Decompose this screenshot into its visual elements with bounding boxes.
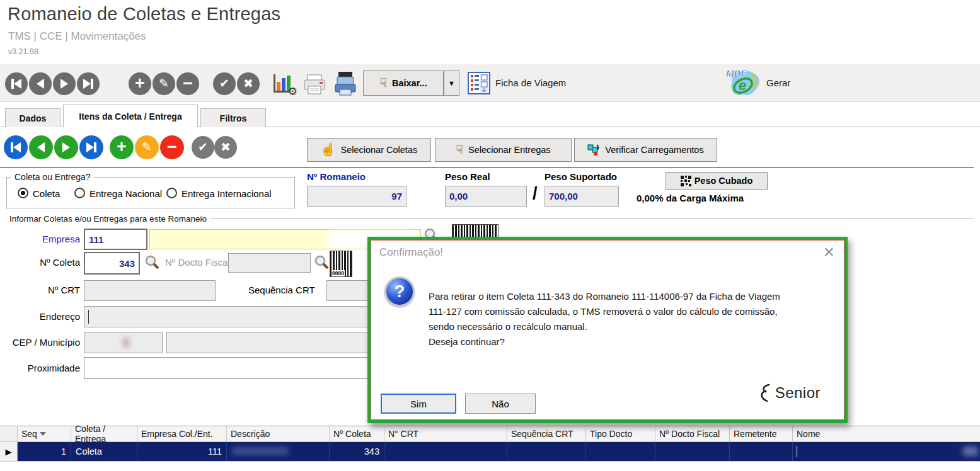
item-add-button[interactable]: + [110,135,134,159]
sim-button[interactable]: Sim [381,394,456,414]
last-record-button[interactable] [77,72,100,95]
col-header-remetente[interactable]: Remetente [730,426,793,441]
report-chart-button[interactable]: ⚙ [271,72,295,96]
barcode-digits: 0000 [331,270,345,276]
docto-fiscal-input[interactable] [228,253,311,273]
edit-button[interactable]: ✎ [153,72,175,95]
cancel-button[interactable]: ✖ [237,72,260,95]
next-icon [61,79,68,89]
col-header-empresa[interactable]: Empresa Col./Ent. [137,426,227,441]
dialog-message: Para retirar o item Coleta 111-343 do Ro… [429,289,832,349]
ncoleta-input[interactable] [84,252,140,275]
senior-logo-icon [760,383,771,402]
dialog-title: Confirmação! [379,246,443,259]
col-header-ncoleta[interactable]: Nº Coleta [330,426,384,441]
cell-tipo-docto [586,442,655,461]
item-cancel-button[interactable]: ✖ [214,136,237,159]
verificar-carregamentos-button[interactable]: Verificar Carregamentos [574,138,717,162]
print-preview-button[interactable] [303,73,326,98]
plus-icon: + [117,147,127,148]
tab-filtros[interactable]: Filtros [200,108,266,127]
col-header-ncrt[interactable]: N° CRT [384,426,507,441]
item-next-button[interactable] [54,135,78,159]
peso-cubado-button[interactable]: Peso Cubado [666,172,768,190]
ncrt-input[interactable] [84,280,216,301]
cell-coleta-entrega: Coleta [71,442,137,461]
peso-suportado-label: Peso Suportado [545,171,617,182]
col-header-seq[interactable]: Seq [18,426,71,441]
cell-seqcrt [507,442,586,461]
col-header-seqcrt[interactable]: Sequência CRT [507,426,586,441]
print-config-button[interactable] [333,71,358,99]
col-header-descricao[interactable]: Descrição [227,426,330,441]
col-header-tipo-docto[interactable]: Tipo Docto [586,426,655,441]
docto-search-icon[interactable] [313,254,330,271]
radio-entrega-nacional[interactable] [74,188,85,198]
radio-entrega-internacional[interactable] [166,188,177,198]
nao-button[interactable]: Não [465,394,536,414]
col-header-coleta-entrega[interactable]: Coleta / Entrega [71,426,137,441]
confirmation-dialog: Confirmação! × ? Para retirar o item Col… [367,237,848,423]
col-header-nome[interactable]: Nome [793,426,980,441]
ficha-viagem-label: Ficha de Viagem [495,77,566,88]
close-icon[interactable]: × [823,241,834,263]
selecionar-entregas-button[interactable]: ☟ Selecionar Entregas [435,138,572,162]
svg-text:MDF: MDF [726,68,747,79]
cell-ncrt [384,442,507,461]
mdfe-gerar-button[interactable]: e MDF [722,67,764,101]
docto-fiscal-label: Nº Docto Fiscal [165,257,230,268]
grid-gutter-header [0,426,18,441]
cell-empresa: 111 [137,442,227,461]
cell-docto-fiscal [655,442,730,461]
ficha-viagem-button[interactable] [468,72,490,97]
item-delete-button[interactable]: − [160,135,184,159]
item-first-button[interactable] [4,135,28,159]
docto-barcode-icon[interactable]: 0000 [330,251,352,277]
peso-real-label: Peso Real [445,171,490,182]
add-button[interactable]: + [129,72,151,95]
radio-coleta[interactable] [18,188,28,198]
empresa-barcode-icon[interactable] [452,224,499,237]
col-header-docto-fiscal[interactable]: Nº Docto Fiscal [655,426,730,441]
empresa-input[interactable] [84,229,147,250]
message-line: Para retirar o item Coleta 111-343 do Ro… [429,289,832,304]
app-window: Romaneio de Coletas e Entregas TMS | CCE… [0,0,980,471]
selecionar-coletas-button[interactable]: ☝ Selecionar Coletas [307,138,431,162]
first-record-button[interactable] [5,72,28,95]
item-confirm-button[interactable]: ✔ [192,136,214,159]
ncoleta-search-icon[interactable] [144,254,160,271]
cubes-icon [587,144,600,156]
next-record-button[interactable] [53,72,76,95]
senior-brand: Senior [760,383,821,402]
tab-dados[interactable]: Dados [5,108,61,127]
romaneio-input[interactable] [307,186,406,207]
baixar-dropdown-button[interactable]: ▼ [444,71,459,96]
baixar-label: Baixar... [392,78,427,88]
grid-selected-row[interactable]: ▶ 1 Coleta 111 343 [0,442,980,461]
printer-light-icon [303,73,326,96]
item-edit-button[interactable]: ✎ [135,135,159,159]
cell-nome [793,442,980,461]
page-title: Romaneio de Coletas e Entregas [8,4,280,25]
item-last-button[interactable] [79,135,103,159]
peso-real-input[interactable] [445,186,527,207]
radio-entrega-internacional-label: Entrega Internacional [182,188,272,199]
baixar-button[interactable]: ☟ Baixar... [363,71,444,96]
minus-icon: − [167,147,177,149]
empresa-label: Empresa [0,234,80,244]
peso-suportado-input[interactable] [545,186,619,207]
gear-icon: ⚙ [288,85,297,98]
item-prev-button[interactable] [29,135,53,159]
chevron-down-icon: ▼ [448,79,455,87]
delete-button[interactable]: − [176,72,199,95]
prev-record-button[interactable] [29,72,52,95]
gerar-label: Gerar [766,77,790,88]
message-line: 111-127 com comissão calculada, o TMS re… [429,304,832,319]
question-icon: ? [384,276,415,307]
radio-entrega-nacional-label: Entrega Nacional [89,188,162,199]
confirm-button[interactable]: ✔ [213,72,236,95]
tab-itens-coleta-entrega[interactable]: Itens da Coleta / Entrega [63,105,198,127]
separator-line [0,167,974,168]
proximidade-label: Proximidade [0,363,80,373]
redaction-blur [232,447,289,455]
